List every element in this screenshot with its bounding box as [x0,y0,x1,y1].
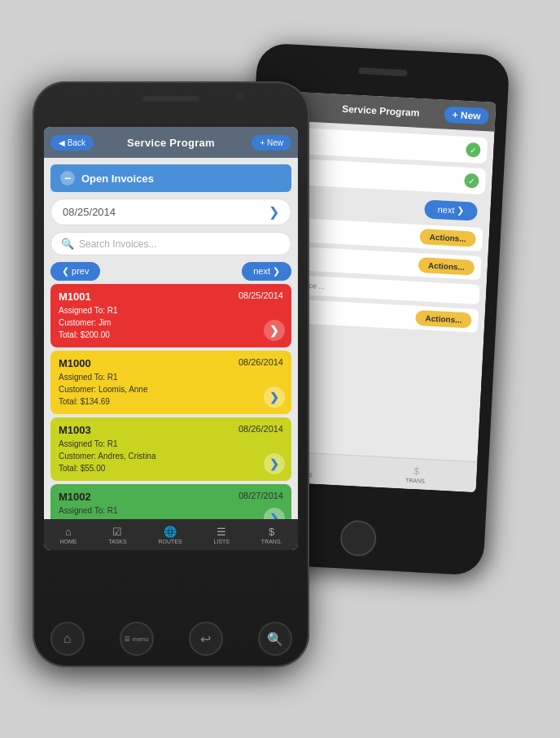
invoice-card-m1001[interactable]: M1001 08/25/2014 Assigned To: R1 Custome… [50,284,291,347]
back-tab-trans[interactable]: $ TRANS. [405,465,427,483]
invoice-id-m1000: M1000 [59,357,91,369]
hardware-buttons: ⌂ ≡ menu ↩ 🔍 [33,622,309,656]
chevron-down-icon: ❯ [269,204,279,220]
menu-hw-icon: ≡ [124,633,130,644]
invoice-detail-m1001: Assigned To: R1 Customer: Jim Total: $20… [59,304,283,341]
front-camera [238,93,244,99]
lists-icon: ☰ [217,526,226,538]
front-speaker [142,96,199,102]
invoice-card-m1002[interactable]: M1002 08/27/2014 Assigned To: R1 Custome… [50,484,291,519]
home-hw-btn[interactable]: ⌂ [50,622,85,656]
tab-trans[interactable]: $ TRANS. [261,526,282,544]
back-hw-icon: ↩ [200,631,211,647]
open-invoices-label: Open Invoices [81,172,154,185]
invoice-list: M1001 08/25/2014 Assigned To: R1 Custome… [44,284,298,519]
search-icon: 🔍 [61,238,74,250]
invoice-card-m1003[interactable]: M1003 08/26/2014 Assigned To: R1 Custome… [50,417,291,481]
invoice-arrow-m1003[interactable]: ❯ [264,453,285,474]
open-invoices-bar[interactable]: − Open Invoices [50,164,291,192]
search-placeholder: Search Invoices... [79,238,156,250]
invoice-detail-m1002: Assigned To: R1 Customer: Golliday Sport… [59,504,283,519]
search-bar[interactable]: 🔍 Search Invoices... [50,232,291,255]
tab-home[interactable]: ⌂ HOME [59,526,77,544]
next-label: next ❯ [253,266,280,277]
screen-bottom-bar: ⌂ HOME ☑ TASKS 🌐 ROUTES ☰ LISTS [44,519,298,550]
back-actions-btn-2[interactable]: Actions... [418,257,475,276]
tab-routes[interactable]: 🌐 ROUTES [159,526,182,544]
prev-label: ❮ prev [62,266,89,277]
back-actions-btn-4[interactable]: Actions... [415,310,472,329]
back-phone-new-btn[interactable]: + New [444,106,489,124]
scene: Service Program + New ✓ ✓ [0,0,560,738]
trans-icon: $ [269,526,274,538]
back-phone-title: Service Program [342,103,420,119]
next-button[interactable]: next ❯ [242,262,291,281]
invoice-id-m1002: M1002 [59,491,91,503]
back-next-btn[interactable]: next ❯ [424,199,478,221]
tab-tasks-label: TASKS [108,539,126,544]
app-title: Service Program [127,137,215,149]
search-hw-icon: 🔍 [267,631,283,647]
back-button[interactable]: ◀ Back [50,135,94,151]
tab-trans-label: TRANS. [261,539,282,544]
invoice-date-m1002: 08/27/2014 [238,491,283,500]
front-screen: ◀ Back Service Program + New − Open Invo… [44,127,298,550]
app-header: ◀ Back Service Program + New [44,127,298,158]
menu-hw-label: menu [133,635,149,643]
back-phone-speaker [358,68,407,76]
tasks-icon: ☑ [112,526,122,538]
invoice-arrow-m1000[interactable]: ❯ [264,386,285,408]
invoice-date-m1000: 08/26/2014 [238,357,283,367]
prev-button[interactable]: ❮ prev [50,262,100,281]
tab-routes-label: ROUTES [159,539,182,544]
home-icon: ⌂ [65,526,72,538]
back-button-label: ◀ Back [59,138,85,147]
back-home-btn[interactable] [339,519,377,557]
invoice-id-m1001: M1001 [59,290,91,303]
invoice-date-m1003: 08/26/2014 [238,424,283,434]
invoice-id-m1003: M1003 [59,424,91,436]
new-button-label: + New [260,138,283,147]
date-value: 08/25/2014 [63,206,116,218]
collapse-icon: − [60,171,75,186]
back-next-label: next ❯ [437,204,464,216]
invoice-detail-m1000: Assigned To: R1 Customer: Loomis, Anne T… [59,371,283,408]
tab-home-label: HOME [59,539,77,544]
back-actions-btn-1[interactable]: Actions... [419,229,476,247]
back-hw-btn[interactable]: ↩ [189,622,223,656]
new-button[interactable]: + New [252,135,291,151]
back-phone-new-label: + New [452,109,481,122]
tab-lists-label: LISTS [214,539,230,544]
date-selector[interactable]: 08/25/2014 ❯ [50,199,291,225]
invoice-arrow-m1001[interactable]: ❯ [264,320,285,341]
invoice-detail-m1003: Assigned To: R1 Customer: Andres, Cristi… [59,438,283,474]
nav-row: ❮ prev next ❯ [50,262,291,281]
front-phone: ◀ Back Service Program + New − Open Invo… [33,81,309,667]
check-icon-1: ✓ [466,142,481,158]
back-tab-trans-label: TRANS. [405,477,427,483]
screen-content: ◀ Back Service Program + New − Open Invo… [44,127,298,550]
search-hw-btn[interactable]: 🔍 [258,622,292,656]
tab-lists[interactable]: ☰ LISTS [214,526,230,544]
home-hw-icon: ⌂ [63,631,72,646]
check-icon-2: ✓ [464,173,479,189]
tab-tasks[interactable]: ☑ TASKS [108,526,126,544]
invoice-card-m1000[interactable]: M1000 08/26/2014 Assigned To: R1 Custome… [50,351,291,414]
menu-hw-btn[interactable]: ≡ menu [120,622,154,656]
invoice-date-m1001: 08/25/2014 [238,290,283,300]
routes-icon: 🌐 [164,526,177,538]
